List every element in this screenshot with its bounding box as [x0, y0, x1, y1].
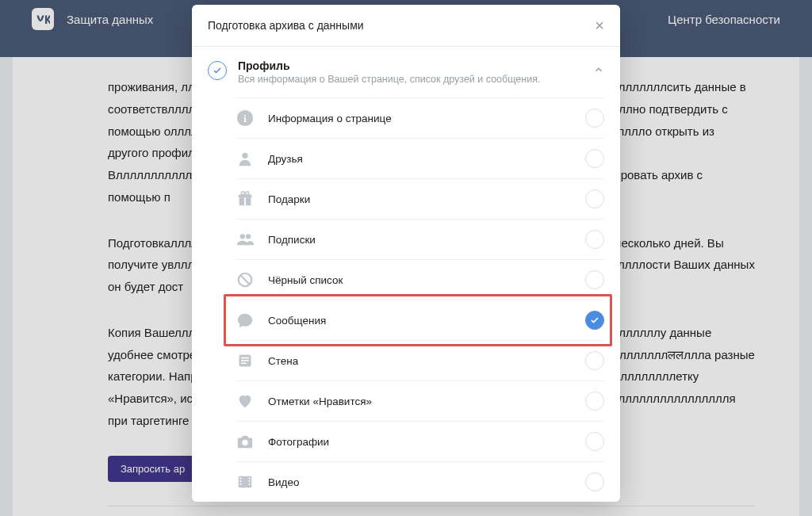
svg-rect-19	[240, 480, 242, 482]
svg-text:i: i	[243, 113, 247, 124]
option-label: Информация о странице	[268, 113, 392, 124]
check-circle-icon	[208, 61, 227, 80]
option-row-heart[interactable]: Отметки «Нравится»	[236, 380, 604, 421]
modal-overlay: Подготовка архива с данными × Профиль Вс…	[0, 0, 812, 516]
option-row-people[interactable]: Подписки	[236, 219, 604, 259]
option-label: Фотографии	[268, 436, 329, 448]
option-label: Чёрный список	[268, 274, 343, 286]
svg-rect-15	[241, 363, 247, 365]
option-row-chat[interactable]: Сообщения	[236, 300, 604, 340]
option-row-block[interactable]: Чёрный список	[236, 259, 604, 300]
chat-icon	[236, 312, 254, 329]
option-label: Друзья	[268, 153, 303, 165]
option-label: Стена	[268, 355, 298, 367]
option-label: Сообщения	[268, 315, 326, 327]
svg-rect-3	[239, 197, 244, 205]
svg-rect-22	[249, 480, 251, 482]
modal-title: Подготовка архива с данными	[208, 19, 364, 32]
svg-rect-14	[241, 360, 249, 361]
camera-icon	[236, 433, 254, 450]
svg-line-11	[240, 275, 250, 285]
section-title: Профиль	[238, 59, 540, 72]
gift-icon	[236, 190, 254, 208]
svg-rect-20	[240, 484, 242, 485]
section-subtitle: Вся информация о Вашей странице, список …	[238, 74, 540, 85]
items-list: iИнформация о страницеДрузьяПодаркиПодпи…	[208, 97, 604, 502]
modal-header: Подготовка архива с данными ×	[192, 5, 620, 47]
option-radio[interactable]	[585, 392, 604, 411]
person-icon	[236, 150, 254, 167]
archive-modal: Подготовка архива с данными × Профиль Вс…	[192, 5, 620, 502]
option-radio[interactable]	[585, 230, 604, 249]
svg-point-7	[246, 192, 249, 195]
block-icon	[236, 271, 254, 289]
option-row-person[interactable]: Друзья	[236, 138, 604, 178]
option-radio[interactable]	[585, 432, 604, 451]
option-row-camera[interactable]: Фотографии	[236, 421, 604, 461]
svg-rect-23	[249, 484, 251, 485]
heart-icon	[236, 392, 254, 410]
svg-rect-18	[240, 478, 242, 480]
option-radio[interactable]	[585, 311, 604, 330]
section-profile-header[interactable]: Профиль Вся информация о Вашей странице,…	[208, 53, 604, 97]
svg-point-16	[242, 440, 247, 445]
film-icon	[236, 473, 254, 491]
option-radio[interactable]	[585, 472, 604, 491]
option-label: Подписки	[268, 234, 316, 246]
option-radio[interactable]	[585, 109, 604, 128]
svg-rect-21	[249, 478, 251, 480]
option-radio[interactable]	[585, 351, 604, 370]
svg-rect-5	[239, 195, 252, 198]
option-row-wall[interactable]: Стена	[236, 340, 604, 380]
svg-rect-4	[246, 197, 251, 205]
option-row-info[interactable]: iИнформация о странице	[236, 97, 604, 138]
option-label: Отметки «Нравится»	[268, 396, 372, 407]
option-label: Подарки	[268, 193, 310, 205]
svg-rect-13	[241, 357, 249, 359]
svg-point-2	[242, 153, 247, 159]
wall-icon	[236, 352, 254, 369]
option-radio[interactable]	[585, 149, 604, 168]
svg-point-9	[246, 234, 251, 239]
svg-point-8	[240, 234, 245, 239]
option-row-gift[interactable]: Подарки	[236, 178, 604, 219]
chevron-up-icon	[593, 64, 604, 78]
option-label: Видео	[268, 476, 299, 488]
svg-point-6	[241, 192, 244, 195]
info-icon: i	[236, 109, 254, 127]
option-radio[interactable]	[585, 189, 604, 208]
option-radio[interactable]	[585, 270, 604, 289]
modal-body: Профиль Вся информация о Вашей странице,…	[192, 47, 620, 502]
option-row-film[interactable]: Видео	[236, 461, 604, 502]
people-icon	[236, 231, 254, 248]
close-icon[interactable]: ×	[595, 17, 604, 33]
